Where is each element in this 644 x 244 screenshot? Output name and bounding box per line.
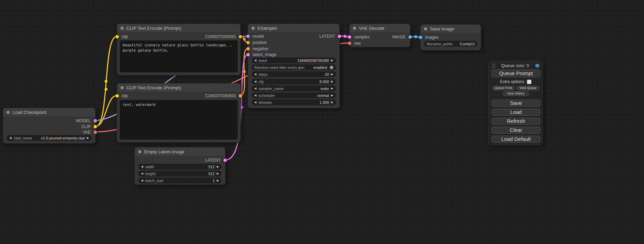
input-port-latent-image[interactable] — [246, 53, 250, 56]
node-title-bar[interactable]: CLIP Text Encode (Prompt) — [117, 24, 240, 33]
settings-gear-icon[interactable] — [535, 63, 540, 68]
node-title-bar[interactable]: VAE Decode — [350, 24, 410, 33]
right-arrow-icon[interactable]: ▶ — [217, 172, 219, 175]
right-arrow-icon[interactable]: ▶ — [331, 101, 333, 104]
node-vae-decode[interactable]: VAE Decode samples vae IMAGE — [349, 24, 411, 47]
collapse-dot[interactable] — [138, 150, 141, 153]
toggle-icon[interactable] — [330, 66, 333, 69]
comfy-menu-panel[interactable]: Queue size: 0 Queue Prompt Extra options… — [488, 61, 543, 145]
queue-prompt-button[interactable]: Queue Prompt — [492, 70, 540, 77]
view-queue-button[interactable]: View Queue — [517, 86, 539, 90]
clear-button[interactable]: Clear — [492, 127, 540, 134]
right-arrow-icon[interactable]: ▶ — [331, 73, 333, 76]
scheduler-widget[interactable]: ◀ scheduler normal ▶ — [252, 92, 336, 98]
node-ksampler[interactable]: KSampler model positive negative latent_… — [248, 24, 340, 108]
refresh-button[interactable]: Refresh — [492, 118, 540, 125]
collapse-dot[interactable] — [424, 27, 427, 30]
drag-handle-icon[interactable] — [492, 63, 495, 68]
left-arrow-icon[interactable]: ◀ — [141, 179, 143, 182]
output-port-conditioning[interactable] — [239, 35, 242, 38]
extra-options-checkbox[interactable] — [527, 80, 531, 84]
input-port-clip[interactable] — [115, 94, 119, 98]
node-title-bar[interactable]: KSampler — [248, 24, 339, 33]
widget-label: filename_prefix — [427, 42, 453, 46]
output-port-latent[interactable] — [223, 159, 227, 162]
random-seed-widget[interactable]: Random seed after every gen enabled — [252, 64, 336, 70]
right-arrow-icon[interactable]: ▶ — [331, 80, 333, 83]
queue-size-label: Queue size: 0 — [495, 63, 535, 68]
output-port-vae[interactable] — [94, 130, 97, 134]
collapse-dot[interactable] — [7, 111, 10, 114]
output-slot-model: MODEL — [76, 118, 91, 124]
link-midpoint-dot — [243, 70, 246, 73]
node-clip-text-encode-positive[interactable]: CLIP Text Encode (Prompt) clip CONDITION… — [117, 24, 241, 75]
right-arrow-icon[interactable]: ▶ — [87, 137, 89, 139]
prompt-textarea[interactable]: text, watermark — [120, 100, 238, 139]
node-title-bar[interactable]: CLIP Text Encode (Prompt) — [117, 83, 240, 92]
width-widget[interactable]: ◀ width 512 ▶ — [138, 164, 222, 170]
node-title-bar[interactable]: Load Checkpoint — [3, 108, 95, 117]
output-port-clip[interactable] — [94, 125, 97, 128]
node-title-bar[interactable]: Empty Latent Image — [135, 147, 225, 156]
collapse-dot[interactable] — [121, 86, 124, 89]
height-widget[interactable]: ◀ height 512 ▶ — [138, 171, 222, 177]
input-port-samples[interactable] — [348, 35, 351, 39]
node-title: CLIP Text Encode (Prompt) — [126, 26, 181, 31]
input-port-negative[interactable] — [246, 47, 250, 51]
left-arrow-icon[interactable]: ◀ — [254, 59, 256, 62]
input-port-images[interactable] — [419, 36, 422, 39]
save-button[interactable]: Save — [492, 100, 540, 107]
node-title-bar[interactable]: Save Image — [421, 25, 481, 34]
cfg-widget[interactable]: ◀ cfg 8.000 ▶ — [252, 79, 336, 84]
output-port-latent[interactable] — [338, 35, 341, 38]
ckpt-name-widget[interactable]: ◀ ckpt_name v1-5-pruned-emaonly.ckpt ▶ — [7, 135, 92, 141]
sampler-name-widget[interactable]: ◀ sampler_name euler ▶ — [252, 85, 336, 91]
node-graph-canvas[interactable]: Load Checkpoint MODEL CLIP VAE ◀ ckpt_na… — [0, 0, 644, 244]
menu-header: Queue size: 0 — [489, 61, 542, 68]
left-arrow-icon[interactable]: ◀ — [254, 80, 256, 83]
right-arrow-icon[interactable]: ▶ — [217, 179, 219, 182]
collapse-dot[interactable] — [252, 27, 255, 30]
input-port-vae[interactable] — [348, 42, 351, 45]
batch-size-widget[interactable]: ◀ batch_size 1 ▶ — [138, 178, 222, 183]
load-button[interactable]: Load — [492, 109, 540, 116]
view-history-button[interactable]: View History — [503, 91, 529, 96]
collapse-dot[interactable] — [353, 27, 356, 30]
node-save-image[interactable]: Save Image images filename_prefix ComfyU… — [420, 24, 481, 51]
collapse-dot[interactable] — [121, 27, 124, 30]
input-port-positive[interactable] — [246, 41, 250, 44]
input-port-clip[interactable] — [115, 35, 119, 38]
output-port-image[interactable] — [408, 35, 412, 39]
node-title: Save Image — [430, 26, 454, 31]
right-arrow-icon[interactable]: ▶ — [331, 59, 333, 62]
widget-value: ComfyUI — [460, 42, 475, 46]
seed-widget[interactable]: ◀ seed 156680208700286 ▶ — [252, 57, 336, 63]
node-load-checkpoint[interactable]: Load Checkpoint MODEL CLIP VAE ◀ ckpt_na… — [3, 108, 96, 144]
widget-value: 512 — [208, 165, 214, 169]
right-arrow-icon[interactable]: ▶ — [331, 94, 333, 97]
left-arrow-icon[interactable]: ◀ — [254, 73, 256, 76]
widget-label: denoise — [258, 100, 272, 105]
widget-value: 512 — [208, 172, 214, 176]
node-clip-text-encode-negative[interactable]: CLIP Text Encode (Prompt) clip CONDITION… — [117, 83, 241, 143]
load-default-button[interactable]: Load Default — [492, 136, 540, 143]
prompt-textarea[interactable]: beautiful scenery nature glass bottle la… — [120, 40, 238, 72]
input-port-model[interactable] — [246, 35, 250, 38]
left-arrow-icon[interactable]: ◀ — [141, 165, 143, 168]
right-arrow-icon[interactable]: ▶ — [331, 87, 333, 90]
node-empty-latent-image[interactable]: Empty Latent Image LATENT ◀ width 512 ▶ … — [134, 147, 226, 185]
right-arrow-icon[interactable]: ▶ — [217, 165, 219, 168]
left-arrow-icon[interactable]: ◀ — [254, 94, 256, 97]
link-midpoint-dot — [105, 80, 107, 83]
left-arrow-icon[interactable]: ◀ — [9, 137, 11, 139]
output-port-conditioning[interactable] — [239, 94, 242, 98]
steps-widget[interactable]: ◀ steps 20 ▶ — [252, 71, 336, 77]
denoise-widget[interactable]: ◀ denoise 1.000 ▶ — [252, 99, 336, 105]
left-arrow-icon[interactable]: ◀ — [141, 172, 143, 175]
queue-front-button[interactable]: Queue Front — [492, 86, 515, 90]
filename-prefix-widget[interactable]: filename_prefix ComfyUI — [424, 41, 477, 47]
left-arrow-icon[interactable]: ◀ — [254, 87, 256, 90]
left-arrow-icon[interactable]: ◀ — [254, 101, 256, 104]
link-midpoint-dot — [240, 106, 243, 109]
output-port-model[interactable] — [94, 119, 97, 123]
